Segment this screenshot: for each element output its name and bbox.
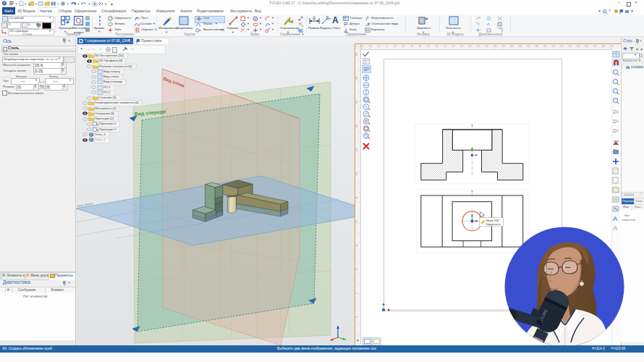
svg-text:▼: ▼ bbox=[35, 2, 38, 6]
svg-text:▼: ▼ bbox=[57, 2, 60, 6]
svg-text:▼: ▼ bbox=[104, 2, 107, 6]
svg-text:Линия 743: Линия 743 bbox=[486, 219, 499, 222]
svg-text:▼: ▼ bbox=[88, 2, 91, 6]
svg-text:S: S bbox=[313, 16, 315, 20]
svg-text:▼: ▼ bbox=[110, 2, 114, 7]
svg-text:▼: ▼ bbox=[640, 47, 643, 51]
svg-text:▼: ▼ bbox=[635, 47, 639, 51]
svg-text:▼: ▼ bbox=[25, 2, 27, 6]
svg-text:A: A bbox=[368, 22, 370, 25]
svg-text:▼: ▼ bbox=[77, 2, 80, 6]
svg-text:А: А bbox=[613, 215, 617, 222]
svg-text:▼: ▼ bbox=[67, 2, 69, 6]
svg-text:▼: ▼ bbox=[15, 2, 18, 6]
svg-text:S: S bbox=[326, 16, 329, 20]
svg-text:Окружность: Окружность bbox=[486, 223, 501, 226]
